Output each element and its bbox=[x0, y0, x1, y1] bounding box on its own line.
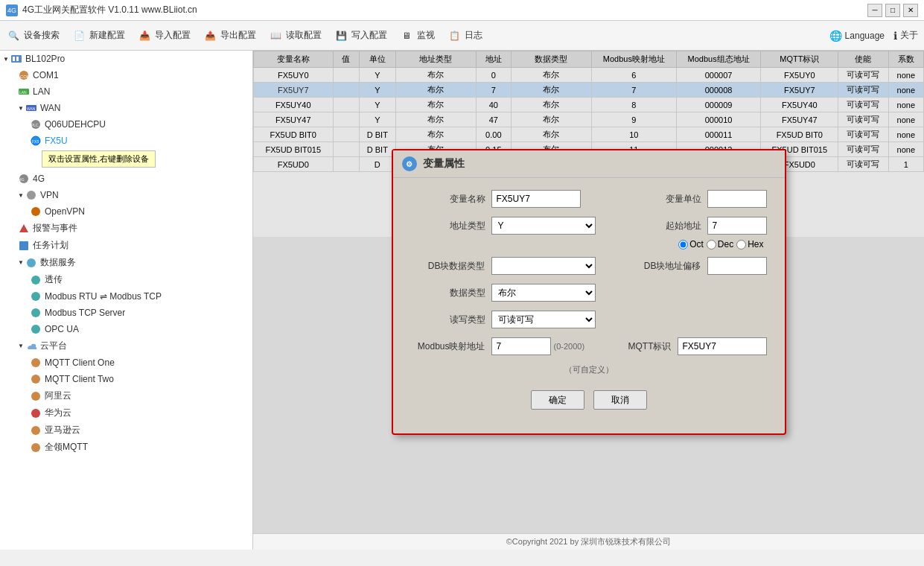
sidebar-item-mqttone[interactable]: MQTT Client One bbox=[0, 354, 252, 371]
mqttone-label: MQTT Client One bbox=[45, 357, 115, 368]
dialog-row-modbus: Modbus映射地址 (0-2000) MQTT标识 bbox=[411, 337, 767, 355]
varunit-input[interactable] bbox=[707, 190, 767, 208]
log-button[interactable]: 📋 日志 bbox=[447, 28, 482, 43]
svg-point-18 bbox=[27, 258, 36, 267]
cloud-icon bbox=[25, 340, 37, 352]
read-config-button[interactable]: 📖 读取配置 bbox=[268, 28, 322, 43]
rw-select[interactable]: 可读可写 只读 只写 bbox=[491, 311, 596, 328]
sidebar-item-fx5u[interactable]: FX5 FX5U bbox=[0, 133, 252, 149]
radio-dec-label[interactable]: Dec bbox=[707, 239, 733, 249]
transparent-label: 透传 bbox=[45, 273, 63, 286]
import-icon: 📥 bbox=[137, 28, 152, 43]
export-config-button[interactable]: 📤 导出配置 bbox=[203, 28, 256, 43]
language-label: Language bbox=[845, 31, 885, 41]
read-label: 读取配置 bbox=[286, 29, 322, 42]
app-icon: 4G bbox=[6, 4, 18, 16]
close-button[interactable]: ✕ bbox=[903, 4, 918, 17]
expand-icon-vpn: ▼ bbox=[18, 192, 24, 199]
openvpn-icon bbox=[30, 206, 42, 217]
bl102-icon bbox=[10, 53, 22, 65]
sidebar-item-amazon[interactable]: 亚马逊云 bbox=[0, 422, 252, 439]
cancel-button[interactable]: 取消 bbox=[593, 390, 647, 410]
sidebar-item-alarm[interactable]: 报警与事件 bbox=[0, 220, 252, 237]
new-config-button[interactable]: 📄 新建配置 bbox=[71, 28, 125, 43]
dbblock-label: DB块数据类型 bbox=[411, 260, 485, 273]
about-button[interactable]: ℹ 关于 bbox=[893, 29, 918, 42]
sidebar-item-task[interactable]: 任务计划 bbox=[0, 237, 252, 254]
sidebar-item-cloudplatform[interactable]: ▼ 云平台 bbox=[0, 337, 252, 354]
modbusrtu-label: Modbus RTU ⇌ Modbus TCP bbox=[45, 291, 162, 302]
varname-input[interactable] bbox=[491, 190, 581, 208]
search-device-button[interactable]: 🔍 设备搜索 bbox=[6, 28, 60, 43]
export-icon: 📤 bbox=[203, 28, 217, 43]
toolbar: 🔍 设备搜索 📄 新建配置 📥 导入配置 📤 导出配置 📖 读取配置 💾 写入配… bbox=[0, 21, 924, 51]
monitor-label: 监视 bbox=[417, 29, 435, 42]
confirm-button[interactable]: 确定 bbox=[531, 390, 584, 410]
radio-oct-label[interactable]: Oct bbox=[678, 239, 704, 249]
radio-oct[interactable] bbox=[678, 240, 688, 249]
language-button[interactable]: 🌐 Language bbox=[829, 29, 885, 42]
search-label: 设备搜索 bbox=[24, 29, 60, 42]
addrtype-select[interactable]: Y X M D bbox=[491, 217, 596, 235]
dialog-row-radios: Oct Dec Hex bbox=[411, 239, 767, 249]
mqtt-input[interactable] bbox=[678, 337, 767, 355]
varunit-label: 变量单位 bbox=[657, 193, 701, 206]
title-bar: 4G 4G工业网关配置软件 V1.0.11 www.BLiiot.cn ─ □ … bbox=[0, 0, 924, 21]
mqtttwo-label: MQTT Client Two bbox=[45, 374, 114, 384]
sidebar-item-com1[interactable]: COM COM1 bbox=[0, 67, 252, 83]
sidebar-item-aliyun[interactable]: 阿里云 bbox=[0, 387, 252, 404]
sidebar-item-4g[interactable]: 4G 4G bbox=[0, 171, 252, 187]
startaddr-input[interactable] bbox=[707, 217, 767, 235]
sidebar-item-modbusrtu[interactable]: Modbus RTU ⇌ Modbus TCP bbox=[0, 288, 252, 305]
sidebar-item-wan[interactable]: ▼ WAN WAN bbox=[0, 100, 252, 116]
datatype-select[interactable]: 布尔 16位有符号整型 32位浮点型 bbox=[491, 284, 596, 302]
sidebar-item-bl102pro[interactable]: ▼ BL102Pro bbox=[0, 51, 252, 67]
sidebar-item-vpn[interactable]: ▼ VPN bbox=[0, 187, 252, 203]
svg-text:WAN: WAN bbox=[27, 106, 36, 111]
task-label: 任务计划 bbox=[33, 239, 68, 252]
svg-point-15 bbox=[27, 191, 36, 200]
sidebar-item-modbustcpserver[interactable]: Modbus TCP Server bbox=[0, 305, 252, 321]
cloudplatform-label: 云平台 bbox=[40, 340, 67, 352]
minimize-button[interactable]: ─ bbox=[867, 4, 882, 17]
sidebar-item-dataservice[interactable]: ▼ 数据服务 bbox=[0, 254, 252, 271]
modbustcpserver-label: Modbus TCP Server bbox=[45, 308, 125, 318]
tooltip-text: 双击设置属性,右键删除设备 bbox=[42, 150, 156, 168]
import-config-button[interactable]: 📥 导入配置 bbox=[137, 28, 191, 43]
read-icon: 📖 bbox=[268, 28, 283, 43]
wan-label: WAN bbox=[40, 103, 61, 113]
dialog-overlay: ⚙ 变量属性 变量名称 变量单位 地址类型 bbox=[253, 51, 924, 533]
q06u-label: Q06UDEHCPU bbox=[45, 119, 106, 130]
sidebar-item-openvpn[interactable]: OpenVPN bbox=[0, 203, 252, 220]
modbustcp-icon bbox=[30, 307, 42, 319]
varname-label: 变量名称 bbox=[411, 193, 485, 206]
addrtype-label: 地址类型 bbox=[411, 220, 485, 232]
write-icon: 💾 bbox=[334, 28, 348, 43]
dialog-row-rw: 读写类型 可读可写 只读 只写 bbox=[411, 311, 767, 328]
dboffset-label: DB块地址偏移 bbox=[642, 260, 701, 273]
dbblock-select[interactable] bbox=[491, 257, 596, 275]
copyright-text: ©Copyright 2021 by 深圳市锐珠技术有限公司 bbox=[506, 536, 671, 547]
huawei-icon bbox=[30, 407, 42, 419]
dialog-row-varname: 变量名称 变量单位 bbox=[411, 190, 767, 208]
monitor-button[interactable]: 🖥 监视 bbox=[399, 28, 435, 43]
svg-text:LAN: LAN bbox=[19, 90, 27, 95]
sidebar-item-opcua[interactable]: OPC UA bbox=[0, 321, 252, 337]
sidebar-item-huawei[interactable]: 华为云 bbox=[0, 404, 252, 422]
radio-hex[interactable] bbox=[736, 240, 746, 249]
svg-rect-1 bbox=[13, 57, 15, 61]
sidebar-item-mqtttwo[interactable]: MQTT Client Two bbox=[0, 371, 252, 387]
dboffset-input[interactable] bbox=[707, 257, 767, 275]
sidebar-item-lan[interactable]: LAN LAN bbox=[0, 83, 252, 100]
radio-hex-label[interactable]: Hex bbox=[736, 239, 763, 249]
sidebar-item-quanqiu[interactable]: 全领MQTT bbox=[0, 439, 252, 456]
svg-point-24 bbox=[31, 375, 40, 384]
modbus-input[interactable] bbox=[491, 337, 551, 355]
write-config-button[interactable]: 💾 写入配置 bbox=[334, 28, 387, 43]
maximize-button[interactable]: □ bbox=[885, 4, 900, 17]
sidebar-item-transparent[interactable]: 透传 bbox=[0, 271, 252, 288]
search-icon: 🔍 bbox=[6, 28, 21, 43]
sidebar-item-q06u[interactable]: PLC Q06UDEHCPU bbox=[0, 116, 252, 133]
svg-point-23 bbox=[31, 358, 40, 367]
radio-dec[interactable] bbox=[707, 240, 716, 249]
